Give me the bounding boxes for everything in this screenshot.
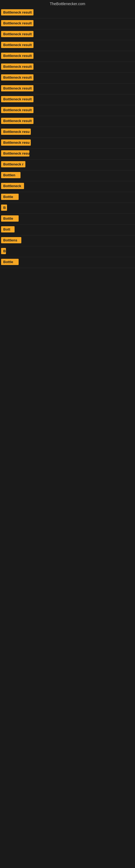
bottleneck-badge[interactable]: Bottleneck result (1, 74, 34, 81)
bottleneck-badge[interactable]: Bottle (1, 194, 18, 200)
result-row: Bottleneck result (0, 105, 135, 116)
bottleneck-badge[interactable]: Bottleneck result (1, 42, 34, 48)
result-row: Bottleneck resu (0, 127, 135, 138)
result-row: Bottleneck result (0, 73, 135, 84)
result-row: Bottleneck resu (0, 138, 135, 149)
result-row: Bottle (0, 214, 135, 225)
result-row: Bottleneck result (0, 8, 135, 19)
bottleneck-badge[interactable]: Bottleneck resu (1, 140, 31, 146)
result-row: Bottle (0, 192, 135, 203)
site-title: TheBottlenecker.com (0, 0, 135, 8)
result-row: Bott (0, 225, 135, 236)
bottleneck-badge[interactable]: Bottleneck result (1, 20, 34, 26)
result-row: Bottleneck (0, 181, 135, 192)
result-row: Bottleneck result (0, 51, 135, 62)
result-row: Bottle (0, 257, 135, 268)
result-row: Bottleneck resu (0, 149, 135, 159)
bottleneck-badge[interactable]: Bottleneck result (1, 9, 34, 16)
bottleneck-badge[interactable]: Bottleneck result (1, 107, 34, 113)
bottleneck-badge[interactable]: Bottleneck result (1, 63, 34, 70)
result-row: Bottleneck result (0, 19, 135, 29)
result-row: Bottleneck result (0, 40, 135, 51)
result-row: Bottleneck result (0, 62, 135, 73)
bottleneck-badge[interactable]: Bottleneck result (1, 85, 34, 91)
bottleneck-badge[interactable]: Bottleneck result (1, 31, 34, 37)
bottleneck-badge[interactable]: B (1, 205, 7, 211)
bottleneck-badge[interactable]: Bottleneck result (1, 53, 34, 59)
bottleneck-badge[interactable]: Bottleneck (1, 183, 24, 189)
result-row: Bottlen (0, 170, 135, 181)
bottleneck-badge[interactable]: Bottleneck result (1, 96, 34, 102)
bottleneck-badge[interactable]: Bottlens (1, 237, 21, 243)
result-row: Bottleneck result (0, 84, 135, 94)
result-row: Bottlens (0, 236, 135, 246)
bottleneck-badge[interactable]: Bottleneck resu (1, 129, 31, 135)
result-row: Bottleneck result (0, 29, 135, 40)
bottleneck-badge[interactable]: Bottleneck r (1, 161, 26, 167)
result-row: B (0, 246, 135, 257)
bottleneck-badge[interactable]: B (1, 248, 6, 254)
result-row: Bottleneck result (0, 116, 135, 127)
result-row: B (0, 203, 135, 214)
bottleneck-badge[interactable]: Bottlen (1, 172, 20, 178)
result-row: Bottleneck r (0, 159, 135, 170)
bottleneck-badge[interactable]: Bott (1, 226, 14, 232)
result-row: Bottleneck result (0, 94, 135, 105)
bottleneck-badge[interactable]: Bottleneck resu (1, 150, 30, 156)
bottleneck-badge[interactable]: Bottle (1, 215, 18, 222)
bottleneck-badge[interactable]: Bottleneck result (1, 118, 34, 124)
bottleneck-badge[interactable]: Bottle (1, 259, 18, 265)
